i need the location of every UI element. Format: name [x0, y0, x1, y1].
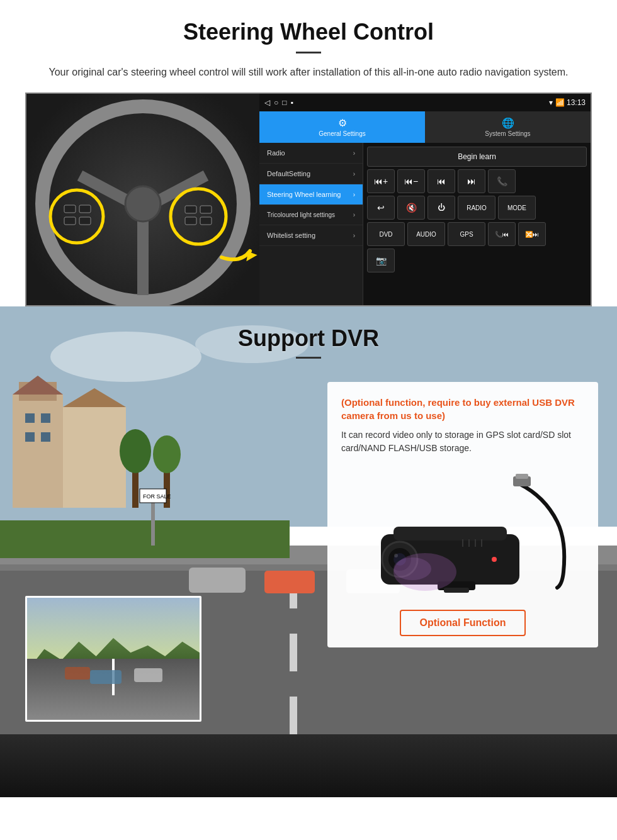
menu-item-whitelist[interactable]: Whitelist setting › — [259, 225, 363, 246]
steering-description: Your original car's steering wheel contr… — [38, 65, 579, 80]
arrow-icon: › — [353, 211, 355, 218]
tab-system-settings[interactable]: 🌐 System Settings — [425, 111, 591, 143]
dvr-description: It can record video only to storage in G… — [341, 428, 584, 455]
android-tabs: ⚙ General Settings 🌐 System Settings — [259, 111, 591, 143]
menu-item-radio[interactable]: Radio › — [259, 143, 363, 164]
svg-rect-26 — [25, 432, 35, 442]
svg-rect-36 — [290, 697, 297, 734]
svg-point-5 — [50, 190, 103, 243]
android-right-panel: Begin learn ⏮+ ⏮− ⏮ ⏭ 📞 ↩ 🔇 ⏻ — [363, 143, 591, 305]
svg-rect-53 — [393, 527, 507, 540]
steering-wheel-photo — [26, 94, 259, 306]
thumb-svg — [27, 598, 201, 722]
svg-rect-10 — [79, 217, 91, 225]
tab-general-label: General Settings — [319, 130, 366, 137]
menu-item-tricoloured[interactable]: Tricoloured light settings › — [259, 205, 363, 225]
vol-down-button[interactable]: ⏮− — [397, 169, 425, 193]
svg-text:FOR SALE: FOR SALE — [143, 493, 171, 500]
svg-rect-40 — [264, 571, 315, 593]
tab-general-settings[interactable]: ⚙ General Settings — [259, 111, 425, 143]
status-right: ▾ 📶 13:13 — [549, 98, 586, 107]
optional-function-button[interactable]: Optional Function — [400, 610, 526, 636]
android-left-menu: Radio › DefaultSetting › Steering Wheel … — [259, 143, 363, 305]
svg-rect-48 — [134, 668, 162, 682]
next-button[interactable]: ⏭ — [458, 169, 485, 193]
arrow-icon: › — [353, 150, 355, 157]
svg-point-4 — [125, 186, 161, 221]
btn-row-3: DVD AUDIO GPS 📞⏮ 🔀⏭ — [367, 222, 587, 246]
svg-rect-19 — [13, 395, 63, 508]
settings-icon: ⚙ — [338, 117, 347, 129]
arrow-icon: › — [353, 232, 355, 239]
power-button[interactable]: ⏻ — [427, 196, 455, 220]
home-icon[interactable]: ○ — [274, 98, 278, 107]
svg-point-29 — [120, 429, 151, 473]
svg-rect-46 — [0, 734, 617, 797]
dvr-title: Support DVR — [0, 325, 617, 352]
svg-rect-47 — [90, 670, 122, 684]
status-time: 13:13 — [567, 98, 586, 107]
svg-point-66 — [393, 557, 431, 580]
audio-button[interactable]: AUDIO — [407, 222, 445, 246]
tab-system-label: System Settings — [485, 130, 530, 137]
mode-button[interactable]: MODE — [498, 196, 536, 220]
svg-rect-14 — [200, 217, 212, 225]
radio-button[interactable]: RADIO — [458, 196, 495, 220]
svg-rect-7 — [64, 205, 76, 213]
back-icon[interactable]: ◁ — [264, 98, 270, 107]
steering-section: Steering Wheel Control Your original car… — [0, 0, 617, 306]
svg-rect-25 — [41, 413, 50, 423]
svg-rect-11 — [185, 206, 196, 213]
camera-button[interactable]: 📷 — [367, 249, 395, 272]
menu-item-default[interactable]: DefaultSetting › — [259, 164, 363, 184]
section-divider — [296, 52, 321, 53]
btn-row-1: ⏮+ ⏮− ⏮ ⏭ 📞 — [367, 169, 587, 193]
gps-button[interactable]: GPS — [448, 222, 485, 246]
optional-function-container: Optional Function — [341, 603, 584, 636]
svg-rect-9 — [79, 205, 91, 213]
dvr-camera-svg — [343, 471, 582, 597]
svg-rect-12 — [185, 217, 196, 225]
phone-prev-button[interactable]: 📞⏮ — [488, 222, 516, 246]
begin-learn-button[interactable]: Begin learn — [367, 147, 587, 167]
system-icon: 🌐 — [502, 117, 514, 129]
svg-rect-24 — [25, 413, 35, 423]
vol-up-button[interactable]: ⏮+ — [367, 169, 395, 193]
prev-button[interactable]: ⏮ — [427, 169, 455, 193]
steering-title: Steering Wheel Control — [25, 19, 592, 45]
svg-rect-51 — [516, 474, 528, 479]
svg-rect-39 — [189, 568, 246, 593]
steering-wheel-bg — [26, 94, 259, 306]
steering-wheel-svg — [26, 94, 259, 306]
svg-point-57 — [394, 554, 398, 557]
svg-point-31 — [153, 435, 181, 473]
shuffle-next-button[interactable]: 🔀⏭ — [518, 222, 546, 246]
svg-rect-22 — [63, 407, 126, 508]
android-status-bar: ◁ ○ □ ▪ ▾ 📶 13:13 — [259, 94, 591, 111]
hang-up-button[interactable]: ↩ — [367, 196, 395, 220]
svg-rect-59 — [444, 588, 469, 593]
menu-icon[interactable]: ▪ — [291, 98, 293, 107]
btn-row-4: 📷 — [367, 249, 587, 272]
android-main: Radio › DefaultSetting › Steering Wheel … — [259, 143, 591, 305]
dvr-optional-text: (Optional function, require to buy exter… — [341, 396, 584, 422]
dvr-section: FOR SALE Support DVR (Opti — [0, 306, 617, 797]
svg-rect-8 — [64, 217, 76, 225]
btn-row-begin: Begin learn — [367, 147, 587, 167]
signal-icon: ▾ 📶 — [549, 98, 564, 107]
menu-item-steering[interactable]: Steering Wheel learning › — [259, 184, 363, 205]
arrow-icon: › — [353, 191, 355, 198]
android-screen: ◁ ○ □ ▪ ▾ 📶 13:13 ⚙ General Settings 🌐 — [259, 94, 591, 305]
dvd-button[interactable]: DVD — [367, 222, 405, 246]
svg-rect-13 — [200, 206, 212, 213]
svg-rect-42 — [0, 520, 290, 558]
recents-icon[interactable]: □ — [282, 98, 286, 107]
mute-button[interactable]: 🔇 — [397, 196, 425, 220]
arrow-icon: › — [353, 171, 355, 177]
dvr-camera-area — [341, 465, 584, 603]
svg-point-60 — [492, 557, 497, 562]
status-left: ◁ ○ □ ▪ — [264, 98, 293, 107]
svg-point-6 — [171, 189, 226, 244]
dvr-info-card: (Optional function, require to buy exter… — [327, 382, 598, 647]
phone-button[interactable]: 📞 — [488, 169, 516, 193]
